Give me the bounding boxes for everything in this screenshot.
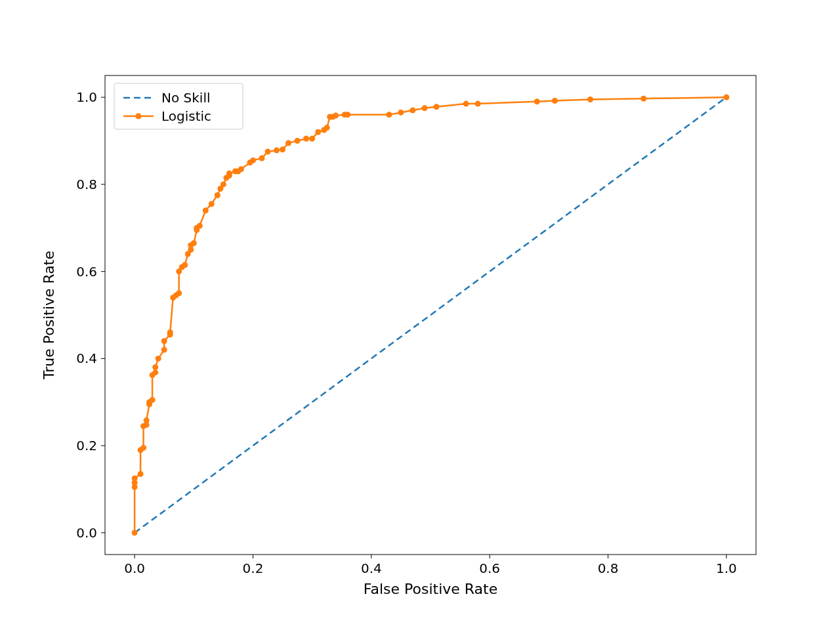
logistic-marker [463, 101, 469, 107]
logistic-marker [475, 101, 481, 107]
logistic-marker [197, 223, 203, 229]
logistic-marker [265, 149, 271, 155]
logistic-marker [152, 364, 158, 370]
logistic-marker [167, 329, 173, 335]
x-tick-label: 0.4 [361, 560, 382, 576]
chart-svg: 0.00.20.40.60.81.00.00.20.40.60.81.0Fals… [0, 0, 840, 630]
x-axis-label: False Positive Rate [364, 581, 497, 597]
logistic-marker [203, 207, 209, 213]
logistic-marker [259, 156, 265, 161]
x-tick-label: 1.0 [716, 560, 737, 576]
logistic-marker [144, 417, 150, 423]
logistic-marker [285, 140, 291, 146]
logistic-marker [434, 104, 440, 110]
logistic-marker [238, 166, 244, 172]
logistic-marker [422, 105, 428, 111]
logistic-marker [250, 158, 256, 163]
logistic-marker [215, 192, 220, 198]
logistic-marker [295, 138, 301, 144]
logistic-marker [140, 445, 146, 451]
y-tick-label: 0.0 [76, 525, 97, 541]
logistic-marker [552, 98, 558, 104]
legend: No SkillLogistic [114, 83, 243, 129]
logistic-marker [182, 262, 188, 268]
y-tick-label: 0.6 [76, 264, 97, 280]
logistic-marker [280, 146, 285, 152]
y-tick-label: 0.4 [76, 350, 97, 366]
logistic-marker [587, 96, 593, 102]
logistic-marker [410, 108, 415, 114]
logistic-marker [398, 110, 404, 116]
legend-label-no-skill: No Skill [161, 90, 211, 106]
logistic-marker [309, 136, 315, 142]
x-tick-label: 0.0 [124, 560, 145, 576]
no-skill-line [135, 97, 726, 533]
x-tick-label: 0.6 [479, 560, 500, 576]
logistic-marker [534, 98, 540, 104]
y-tick-label: 0.2 [76, 438, 97, 453]
logistic-marker [315, 129, 321, 135]
logistic-marker [150, 397, 156, 403]
logistic-marker [723, 94, 729, 100]
x-tick-label: 0.8 [598, 560, 619, 576]
logistic-marker [138, 471, 144, 477]
logistic-marker [324, 125, 330, 131]
y-axis-label: True Positive Rate [41, 251, 57, 380]
logistic-marker [209, 201, 215, 207]
roc-chart: 0.00.20.40.60.81.00.00.20.40.60.81.0Fals… [0, 0, 840, 630]
legend-swatch-logistic-marker [136, 114, 142, 119]
logistic-marker [132, 530, 138, 536]
legend-label-logistic: Logistic [161, 108, 211, 124]
logistic-marker [226, 171, 232, 177]
logistic-marker [345, 112, 350, 117]
logistic-marker [161, 338, 167, 344]
logistic-marker [640, 96, 646, 102]
x-tick-label: 0.2 [243, 560, 264, 576]
logistic-marker [303, 136, 309, 142]
logistic-marker [386, 112, 392, 117]
logistic-marker [132, 475, 138, 481]
logistic-marker [161, 347, 167, 353]
logistic-marker [176, 290, 182, 296]
y-tick-label: 1.0 [76, 89, 97, 105]
y-tick-label: 0.8 [76, 177, 97, 192]
logistic-marker [156, 356, 161, 362]
logistic-marker [191, 240, 197, 246]
logistic-marker [274, 148, 280, 154]
logistic-marker [152, 369, 158, 375]
logistic-marker [220, 181, 226, 187]
logistic-marker [333, 113, 339, 119]
